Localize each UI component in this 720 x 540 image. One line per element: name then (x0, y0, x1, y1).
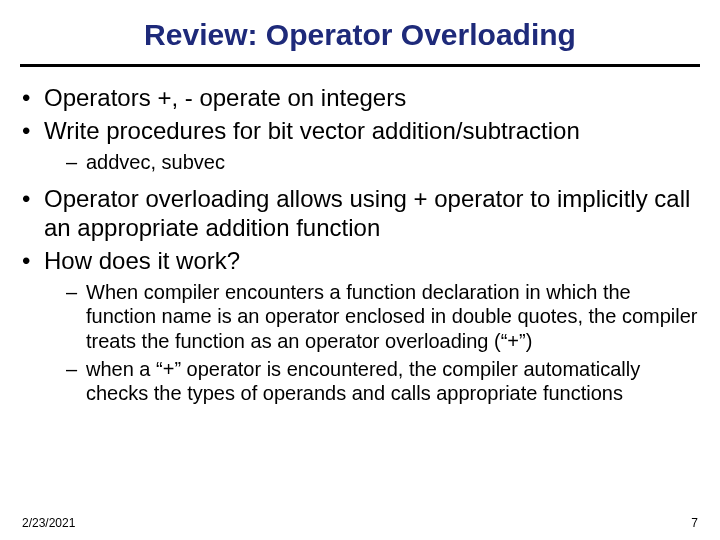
bullet-text: Operator overloading allows using + oper… (44, 185, 690, 241)
sub-bullet-item: When compiler encounters a function decl… (66, 280, 698, 353)
bullet-text: Write procedures for bit vector addition… (44, 117, 580, 144)
footer-date: 2/23/2021 (22, 516, 75, 530)
sub-bullet-text: addvec, subvec (86, 151, 225, 173)
slide-title: Review: Operator Overloading (0, 0, 720, 64)
bullet-text: Operators +, - operate on integers (44, 84, 406, 111)
footer-page-number: 7 (691, 516, 698, 530)
sub-bullet-item: when a “+” operator is encountered, the … (66, 357, 698, 406)
slide-body: Operators +, - operate on integers Write… (0, 83, 720, 406)
bullet-item: How does it work? When compiler encounte… (22, 246, 698, 405)
sub-bullet-item: addvec, subvec (66, 150, 698, 174)
bullet-list: Operators +, - operate on integers Write… (22, 83, 698, 406)
bullet-item: Write procedures for bit vector addition… (22, 116, 698, 174)
bullet-text: How does it work? (44, 247, 240, 274)
sub-bullet-text: when a “+” operator is encountered, the … (86, 358, 640, 404)
bullet-item: Operators +, - operate on integers (22, 83, 698, 112)
slide-footer: 2/23/2021 7 (0, 516, 720, 530)
title-divider (20, 64, 700, 67)
sub-bullet-list: addvec, subvec (44, 150, 698, 174)
sub-bullet-text: When compiler encounters a function decl… (86, 281, 698, 352)
slide: Review: Operator Overloading Operators +… (0, 0, 720, 540)
sub-bullet-list: When compiler encounters a function decl… (44, 280, 698, 406)
bullet-item: Operator overloading allows using + oper… (22, 184, 698, 243)
